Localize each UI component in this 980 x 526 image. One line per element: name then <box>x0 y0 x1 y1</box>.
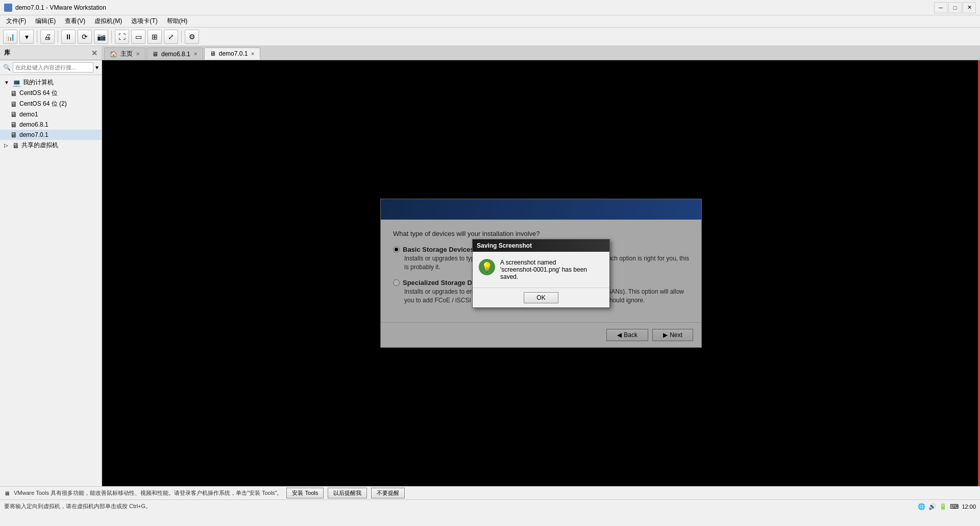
saving-screenshot-dialog: Saving Screenshot 💡 A screenshot named '… <box>472 239 610 308</box>
clock: 12:00 <box>962 504 976 510</box>
sidebar-close-btn[interactable]: ✕ <box>91 49 97 57</box>
title-bar: demo7.0.1 - VMware Workstation ─ □ ✕ <box>0 0 980 15</box>
toolbar-chart-btn[interactable]: 📊 <box>3 30 17 44</box>
click-vm-text: 要将输入定向到虚拟机，请在虚拟机内部单击或按 Ctrl+G。 <box>4 503 151 510</box>
right-accent-bar <box>978 60 980 486</box>
tab-home-close[interactable]: ✕ <box>136 51 140 57</box>
tab-demo701[interactable]: 🖥 demo7.0.1 ✕ <box>204 47 261 60</box>
battery-icon: 🔋 <box>939 503 947 510</box>
menu-edit[interactable]: 编辑(E) <box>31 16 60 27</box>
tree-label-centos64: CentOS 64 位 <box>19 89 58 98</box>
menu-vm[interactable]: 虚拟机(M) <box>90 16 126 27</box>
vm-icon-demo681: 🖥 <box>10 121 17 129</box>
vm-display-area[interactable]: What type of devices will your installat… <box>102 60 980 486</box>
tab-demo681[interactable]: 🖥 demo6.8.1 ✕ <box>146 47 203 60</box>
toolbar-sep-3 <box>111 31 112 43</box>
tree-demo1[interactable]: 🖥 demo1 <box>0 109 102 119</box>
window-controls: ─ □ ✕ <box>934 2 976 13</box>
toolbar-fullscreen-btn[interactable]: ⛶ <box>115 30 129 44</box>
search-icon: 🔍 <box>3 64 11 71</box>
tab-home-label: 主页 <box>120 50 133 58</box>
close-button[interactable]: ✕ <box>963 2 976 13</box>
tab-demo701-icon: 🖥 <box>210 50 216 57</box>
computer-icon: 💻 <box>12 79 21 87</box>
tree-label-my-computer: 我的计算机 <box>23 78 54 87</box>
toolbar-replay-btn[interactable]: ⟳ <box>78 30 92 44</box>
tree-my-computer[interactable]: ▼ 💻 我的计算机 <box>0 77 102 88</box>
tree-centos64[interactable]: 🖥 CentOS 64 位 <box>0 88 102 99</box>
toolbar-prefs-btn[interactable]: ⚙ <box>185 30 199 44</box>
dialog-msg-line1: A screenshot named <box>500 259 556 266</box>
search-dropdown-icon[interactable]: ▾ <box>95 64 99 71</box>
tree-label-demo681: demo6.8.1 <box>19 121 48 128</box>
menu-tabs[interactable]: 选项卡(T) <box>127 16 161 27</box>
remind-later-button[interactable]: 以后提醒我 <box>328 488 367 498</box>
toolbar-fit-btn[interactable]: ⤢ <box>164 30 178 44</box>
tree-label-shared: 共享的虚拟机 <box>21 141 58 150</box>
tab-home-icon: 🏠 <box>110 51 117 58</box>
toolbar-suspend-btn[interactable]: ⏸ <box>61 30 76 44</box>
dialog-title: Saving Screenshot <box>477 242 532 249</box>
dialog-msg-line2: 'screenshot-0001.png' has been saved. <box>500 266 587 280</box>
tree-label-centos64-2: CentOS 64 位 (2) <box>19 100 67 108</box>
tree-demo681[interactable]: 🖥 demo6.8.1 <box>0 119 102 130</box>
keyboard-icon: ⌨ <box>950 503 959 510</box>
tree-demo701[interactable]: 🖥 demo7.0.1 <box>0 130 102 140</box>
window-title: demo7.0.1 - VMware Workstation <box>15 4 934 11</box>
menu-help[interactable]: 帮助(H) <box>163 16 192 27</box>
tree-centos64-2[interactable]: 🖥 CentOS 64 位 (2) <box>0 99 102 109</box>
tree-arrow-my-computer: ▼ <box>4 80 10 85</box>
system-tray: 🌐 🔊 🔋 ⌨ 12:00 <box>918 503 976 510</box>
sidebar: 🔍 ▾ ▼ 💻 我的计算机 🖥 CentOS 64 位 🖥 CentOS 64 … <box>0 60 102 486</box>
toolbar-snapshot-btn[interactable]: 📷 <box>94 30 108 44</box>
menu-file[interactable]: 文件(F) <box>2 16 30 27</box>
app-icon <box>4 4 12 12</box>
dialog-message: A screenshot named 'screenshot-0001.png'… <box>500 259 603 280</box>
status-bar: 要将输入定向到虚拟机，请在虚拟机内部单击或按 Ctrl+G。 🌐 🔊 🔋 ⌨ 1… <box>0 499 980 513</box>
lightbulb-icon: 💡 <box>479 259 495 275</box>
sidebar-tree: ▼ 💻 我的计算机 🖥 CentOS 64 位 🖥 CentOS 64 位 (2… <box>0 75 102 486</box>
toolbar-unity-btn[interactable]: ▭ <box>131 30 145 44</box>
toolbar-sep-4 <box>181 31 182 43</box>
dialog-body: 💡 A screenshot named 'screenshot-0001.pn… <box>473 252 609 288</box>
toolbar-view-btn[interactable]: ⊞ <box>148 30 162 44</box>
dialog-title-bar: Saving Screenshot <box>473 240 609 252</box>
toolbar-dropdown-btn[interactable]: ▾ <box>19 30 34 44</box>
no-remind-button[interactable]: 不要提醒 <box>371 488 405 498</box>
network-icon: 🌐 <box>918 503 925 510</box>
sound-icon: 🔊 <box>928 503 936 510</box>
toolbar-sep-2 <box>58 31 58 43</box>
toolbar-print-btn[interactable]: 🖨 <box>40 30 55 44</box>
installer-panel: What type of devices will your installat… <box>380 199 702 347</box>
tab-demo701-label: demo7.0.1 <box>219 50 248 57</box>
shared-vm-icon: 🖥 <box>12 141 19 150</box>
tab-demo681-close[interactable]: ✕ <box>193 51 198 57</box>
menu-bar: 文件(F) 编辑(E) 查看(V) 虚拟机(M) 选项卡(T) 帮助(H) <box>0 15 980 28</box>
vm-icon-centos64-2: 🖥 <box>10 100 17 108</box>
sidebar-title: 库 <box>4 49 10 57</box>
tab-demo681-label: demo6.8.1 <box>161 51 190 58</box>
vm-icon-demo1: 🖥 <box>10 110 17 118</box>
vm-screen-icon: 🖥 <box>4 490 10 496</box>
tab-demo701-close[interactable]: ✕ <box>251 51 255 57</box>
tree-arrow-shared: ▷ <box>4 142 10 148</box>
tree-label-demo701: demo7.0.1 <box>19 131 48 138</box>
tree-label-demo1: demo1 <box>19 111 38 118</box>
vm-icon-demo701: 🖥 <box>10 131 17 139</box>
sidebar-search-area: 🔍 ▾ <box>0 60 102 75</box>
dialog-footer: OK <box>473 288 609 307</box>
tab-home[interactable]: 🏠 主页 ✕ <box>104 47 145 60</box>
vmware-tools-text: VMware Tools 具有很多功能，能改善鼠标移动性、视频和性能。请登录客户… <box>14 489 282 497</box>
vm-icon-centos64: 🖥 <box>10 89 17 98</box>
tree-shared-vms[interactable]: ▷ 🖥 共享的虚拟机 <box>0 140 102 151</box>
vmware-tools-bar: 🖥 VMware Tools 具有很多功能，能改善鼠标移动性、视频和性能。请登录… <box>0 486 980 499</box>
search-input[interactable] <box>13 62 93 73</box>
dialog-overlay: Saving Screenshot 💡 A screenshot named '… <box>381 199 701 347</box>
install-tools-button[interactable]: 安装 Tools <box>286 488 324 498</box>
menu-view[interactable]: 查看(V) <box>61 16 89 27</box>
maximize-button[interactable]: □ <box>948 2 962 13</box>
dialog-ok-button[interactable]: OK <box>524 292 558 303</box>
minimize-button[interactable]: ─ <box>934 2 947 13</box>
toolbar-sep-1 <box>37 31 37 43</box>
toolbar: 📊 ▾ 🖨 ⏸ ⟳ 📷 ⛶ ▭ ⊞ ⤢ ⚙ <box>0 28 980 46</box>
